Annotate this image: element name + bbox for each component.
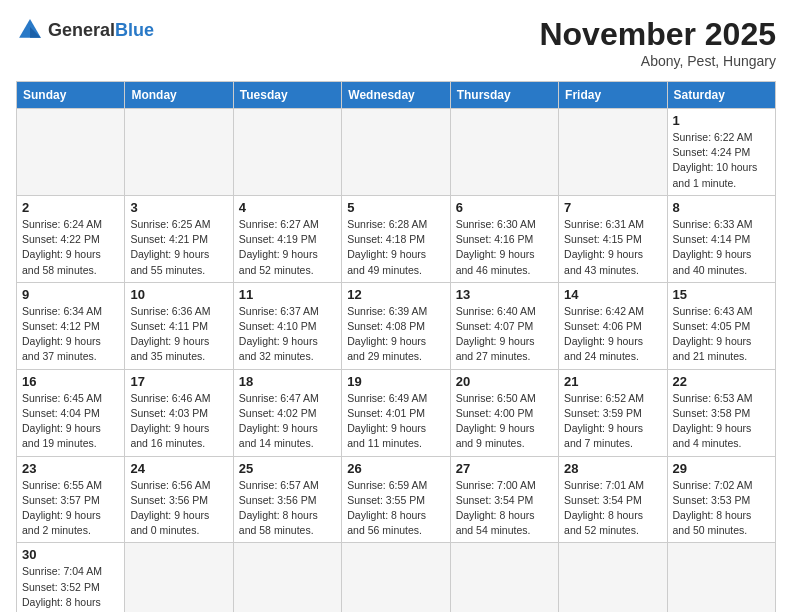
- calendar-day-cell: 14Sunrise: 6:42 AM Sunset: 4:06 PM Dayli…: [559, 282, 667, 369]
- calendar-day-cell: [559, 109, 667, 196]
- day-info: Sunrise: 6:50 AM Sunset: 4:00 PM Dayligh…: [456, 391, 553, 452]
- calendar-day-cell: 15Sunrise: 6:43 AM Sunset: 4:05 PM Dayli…: [667, 282, 775, 369]
- month-year-title: November 2025: [539, 16, 776, 53]
- day-info: Sunrise: 6:40 AM Sunset: 4:07 PM Dayligh…: [456, 304, 553, 365]
- calendar-day-cell: 19Sunrise: 6:49 AM Sunset: 4:01 PM Dayli…: [342, 369, 450, 456]
- calendar-day-cell: 25Sunrise: 6:57 AM Sunset: 3:56 PM Dayli…: [233, 456, 341, 543]
- day-info: Sunrise: 6:33 AM Sunset: 4:14 PM Dayligh…: [673, 217, 770, 278]
- calendar-table: SundayMondayTuesdayWednesdayThursdayFrid…: [16, 81, 776, 612]
- day-info: Sunrise: 6:27 AM Sunset: 4:19 PM Dayligh…: [239, 217, 336, 278]
- calendar-day-cell: 23Sunrise: 6:55 AM Sunset: 3:57 PM Dayli…: [17, 456, 125, 543]
- calendar-day-cell: 22Sunrise: 6:53 AM Sunset: 3:58 PM Dayli…: [667, 369, 775, 456]
- day-info: Sunrise: 6:39 AM Sunset: 4:08 PM Dayligh…: [347, 304, 444, 365]
- day-number: 25: [239, 461, 336, 476]
- calendar-day-cell: 6Sunrise: 6:30 AM Sunset: 4:16 PM Daylig…: [450, 195, 558, 282]
- calendar-day-cell: [125, 109, 233, 196]
- calendar-day-cell: 29Sunrise: 7:02 AM Sunset: 3:53 PM Dayli…: [667, 456, 775, 543]
- calendar-day-cell: 21Sunrise: 6:52 AM Sunset: 3:59 PM Dayli…: [559, 369, 667, 456]
- day-number: 10: [130, 287, 227, 302]
- day-number: 7: [564, 200, 661, 215]
- day-number: 13: [456, 287, 553, 302]
- day-info: Sunrise: 7:02 AM Sunset: 3:53 PM Dayligh…: [673, 478, 770, 539]
- weekday-header-cell: Saturday: [667, 82, 775, 109]
- day-info: Sunrise: 6:45 AM Sunset: 4:04 PM Dayligh…: [22, 391, 119, 452]
- calendar-week-row: 9Sunrise: 6:34 AM Sunset: 4:12 PM Daylig…: [17, 282, 776, 369]
- calendar-day-cell: [450, 109, 558, 196]
- calendar-day-cell: [342, 109, 450, 196]
- title-area: November 2025 Abony, Pest, Hungary: [539, 16, 776, 69]
- calendar-week-row: 1Sunrise: 6:22 AM Sunset: 4:24 PM Daylig…: [17, 109, 776, 196]
- day-number: 9: [22, 287, 119, 302]
- calendar-day-cell: 2Sunrise: 6:24 AM Sunset: 4:22 PM Daylig…: [17, 195, 125, 282]
- calendar-day-cell: 26Sunrise: 6:59 AM Sunset: 3:55 PM Dayli…: [342, 456, 450, 543]
- day-info: Sunrise: 6:49 AM Sunset: 4:01 PM Dayligh…: [347, 391, 444, 452]
- day-info: Sunrise: 6:53 AM Sunset: 3:58 PM Dayligh…: [673, 391, 770, 452]
- day-number: 21: [564, 374, 661, 389]
- logo: GeneralBlue: [16, 16, 154, 44]
- calendar-day-cell: 20Sunrise: 6:50 AM Sunset: 4:00 PM Dayli…: [450, 369, 558, 456]
- logo-text: GeneralBlue: [48, 20, 154, 41]
- day-info: Sunrise: 6:57 AM Sunset: 3:56 PM Dayligh…: [239, 478, 336, 539]
- calendar-day-cell: 11Sunrise: 6:37 AM Sunset: 4:10 PM Dayli…: [233, 282, 341, 369]
- day-number: 29: [673, 461, 770, 476]
- header: GeneralBlue November 2025 Abony, Pest, H…: [16, 16, 776, 69]
- day-number: 30: [22, 547, 119, 562]
- calendar-day-cell: 10Sunrise: 6:36 AM Sunset: 4:11 PM Dayli…: [125, 282, 233, 369]
- calendar-day-cell: 4Sunrise: 6:27 AM Sunset: 4:19 PM Daylig…: [233, 195, 341, 282]
- day-number: 28: [564, 461, 661, 476]
- day-info: Sunrise: 7:00 AM Sunset: 3:54 PM Dayligh…: [456, 478, 553, 539]
- day-number: 19: [347, 374, 444, 389]
- day-number: 5: [347, 200, 444, 215]
- day-info: Sunrise: 6:59 AM Sunset: 3:55 PM Dayligh…: [347, 478, 444, 539]
- calendar-day-cell: [559, 543, 667, 612]
- day-info: Sunrise: 6:36 AM Sunset: 4:11 PM Dayligh…: [130, 304, 227, 365]
- calendar-day-cell: 27Sunrise: 7:00 AM Sunset: 3:54 PM Dayli…: [450, 456, 558, 543]
- day-info: Sunrise: 6:46 AM Sunset: 4:03 PM Dayligh…: [130, 391, 227, 452]
- calendar-day-cell: 18Sunrise: 6:47 AM Sunset: 4:02 PM Dayli…: [233, 369, 341, 456]
- weekday-header-cell: Thursday: [450, 82, 558, 109]
- calendar-day-cell: [667, 543, 775, 612]
- day-info: Sunrise: 6:47 AM Sunset: 4:02 PM Dayligh…: [239, 391, 336, 452]
- day-info: Sunrise: 6:55 AM Sunset: 3:57 PM Dayligh…: [22, 478, 119, 539]
- calendar-week-row: 16Sunrise: 6:45 AM Sunset: 4:04 PM Dayli…: [17, 369, 776, 456]
- calendar-day-cell: 5Sunrise: 6:28 AM Sunset: 4:18 PM Daylig…: [342, 195, 450, 282]
- day-number: 1: [673, 113, 770, 128]
- day-number: 11: [239, 287, 336, 302]
- day-number: 26: [347, 461, 444, 476]
- day-number: 16: [22, 374, 119, 389]
- calendar-day-cell: 9Sunrise: 6:34 AM Sunset: 4:12 PM Daylig…: [17, 282, 125, 369]
- day-number: 18: [239, 374, 336, 389]
- day-number: 4: [239, 200, 336, 215]
- day-info: Sunrise: 6:42 AM Sunset: 4:06 PM Dayligh…: [564, 304, 661, 365]
- day-number: 20: [456, 374, 553, 389]
- day-number: 2: [22, 200, 119, 215]
- calendar-day-cell: 28Sunrise: 7:01 AM Sunset: 3:54 PM Dayli…: [559, 456, 667, 543]
- day-info: Sunrise: 7:01 AM Sunset: 3:54 PM Dayligh…: [564, 478, 661, 539]
- weekday-header-cell: Wednesday: [342, 82, 450, 109]
- weekday-header-row: SundayMondayTuesdayWednesdayThursdayFrid…: [17, 82, 776, 109]
- day-number: 12: [347, 287, 444, 302]
- calendar-day-cell: 8Sunrise: 6:33 AM Sunset: 4:14 PM Daylig…: [667, 195, 775, 282]
- day-number: 3: [130, 200, 227, 215]
- logo-icon: [16, 16, 44, 44]
- day-number: 14: [564, 287, 661, 302]
- day-number: 24: [130, 461, 227, 476]
- weekday-header-cell: Tuesday: [233, 82, 341, 109]
- day-info: Sunrise: 6:24 AM Sunset: 4:22 PM Dayligh…: [22, 217, 119, 278]
- calendar-day-cell: 13Sunrise: 6:40 AM Sunset: 4:07 PM Dayli…: [450, 282, 558, 369]
- day-info: Sunrise: 7:04 AM Sunset: 3:52 PM Dayligh…: [22, 564, 119, 612]
- calendar-body: 1Sunrise: 6:22 AM Sunset: 4:24 PM Daylig…: [17, 109, 776, 613]
- day-info: Sunrise: 6:56 AM Sunset: 3:56 PM Dayligh…: [130, 478, 227, 539]
- day-info: Sunrise: 6:52 AM Sunset: 3:59 PM Dayligh…: [564, 391, 661, 452]
- calendar-week-row: 30Sunrise: 7:04 AM Sunset: 3:52 PM Dayli…: [17, 543, 776, 612]
- day-info: Sunrise: 6:43 AM Sunset: 4:05 PM Dayligh…: [673, 304, 770, 365]
- day-number: 6: [456, 200, 553, 215]
- calendar-day-cell: 24Sunrise: 6:56 AM Sunset: 3:56 PM Dayli…: [125, 456, 233, 543]
- weekday-header-cell: Sunday: [17, 82, 125, 109]
- calendar-day-cell: 3Sunrise: 6:25 AM Sunset: 4:21 PM Daylig…: [125, 195, 233, 282]
- calendar-week-row: 2Sunrise: 6:24 AM Sunset: 4:22 PM Daylig…: [17, 195, 776, 282]
- location-subtitle: Abony, Pest, Hungary: [539, 53, 776, 69]
- calendar-day-cell: [233, 109, 341, 196]
- calendar-day-cell: 17Sunrise: 6:46 AM Sunset: 4:03 PM Dayli…: [125, 369, 233, 456]
- weekday-header-cell: Friday: [559, 82, 667, 109]
